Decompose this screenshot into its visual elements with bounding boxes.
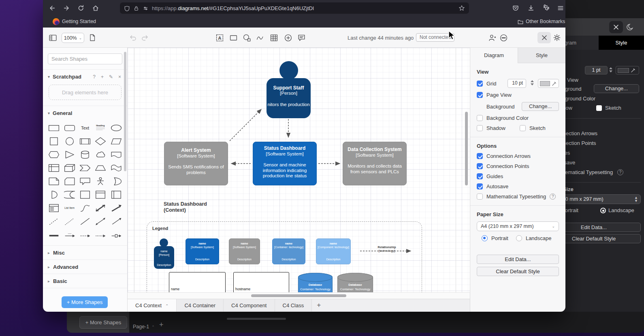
tab-style[interactable]: Style	[518, 48, 565, 63]
freehand-tool-icon[interactable]	[256, 34, 264, 42]
shape-circle[interactable]	[62, 134, 77, 148]
search-shapes-input[interactable]	[51, 56, 123, 62]
math-checkbox[interactable]	[477, 194, 483, 200]
bg-page-tab[interactable]: Page-1⌃	[133, 321, 155, 332]
bg-grid-size-input[interactable]: 1 pt	[585, 66, 608, 74]
shape-dashed-arrow[interactable]	[77, 228, 93, 241]
shape-square[interactable]	[46, 134, 62, 148]
node-data-collection-system[interactable]: Data Collection System [Software System]…	[343, 142, 407, 185]
undo-button[interactable]	[129, 34, 137, 42]
scratchpad-add-icon[interactable]: +	[100, 74, 105, 80]
add-page-button[interactable]: +	[312, 299, 326, 312]
legend-external-system[interactable]: name [Software System] Description	[229, 238, 260, 264]
shape-cube[interactable]	[62, 161, 77, 174]
home-button[interactable]	[92, 4, 99, 12]
node-status-dashboard[interactable]: Status Dashboard [Software System] Senso…	[253, 142, 317, 185]
shape-bidirectional-connector[interactable]	[93, 215, 108, 228]
shape-and[interactable]	[46, 188, 62, 201]
page-tab-c4-context[interactable]: C4 Context⌃	[128, 299, 177, 312]
canvas-vertical-scrollbar[interactable]	[465, 112, 468, 185]
shape-cloud[interactable]	[93, 148, 108, 161]
bg-horizontal-scrollbar[interactable]	[227, 318, 286, 320]
shape-cylinder[interactable]	[77, 148, 93, 161]
shape-rounded-rectangle[interactable]	[62, 121, 77, 134]
bg-change-background-button[interactable]: Change...	[594, 84, 639, 93]
search-shapes-box[interactable]	[48, 53, 122, 64]
landscape-radio[interactable]	[516, 235, 522, 241]
help-icon[interactable]: ?	[550, 194, 556, 200]
reload-button[interactable]	[77, 4, 85, 12]
toggle-panels-icon[interactable]	[49, 34, 57, 42]
legend-component-item[interactable]: name [Component: technology] Description	[316, 238, 351, 264]
shape-horizontal-container[interactable]	[109, 188, 124, 201]
bg-landscape-radio[interactable]	[600, 208, 606, 213]
node-support-staff[interactable]: Support Staff [Person] nitors the produc…	[267, 61, 311, 118]
shape-arrow[interactable]	[109, 201, 124, 215]
more-shapes-button[interactable]: + More Shapes	[62, 296, 108, 308]
shape-or[interactable]	[109, 174, 124, 188]
more-actions-icon[interactable]	[499, 34, 508, 42]
shape-card[interactable]	[62, 174, 77, 188]
shape-line[interactable]	[77, 215, 93, 228]
back-button[interactable]	[49, 4, 56, 12]
text-tool-icon[interactable]: A	[215, 34, 224, 42]
shape-hexagon[interactable]	[46, 148, 62, 161]
legend-container-item[interactable]: name [Container: technology] Description	[272, 238, 305, 264]
shape-link[interactable]	[46, 228, 62, 241]
change-background-button[interactable]: Change...	[522, 102, 559, 111]
sketch-mode-toggle[interactable]	[609, 21, 623, 33]
scratchpad-drop-area[interactable]: Drag elements here	[49, 85, 122, 100]
bg-sketch-checkbox[interactable]	[596, 105, 602, 111]
page-tab-c4-component[interactable]: C4 Component	[224, 299, 275, 312]
bg-tab-style[interactable]: Style	[599, 36, 644, 50]
shape-vertical-container[interactable]	[93, 188, 108, 201]
shape-text[interactable]: Text	[77, 121, 93, 134]
sidebar-section-misc[interactable]: ▸Misc	[43, 246, 127, 259]
bg-grid-size-stepper[interactable]	[608, 66, 613, 74]
extensions-puzzle-icon[interactable]	[543, 4, 550, 12]
grid-size-stepper[interactable]	[530, 79, 534, 88]
page-tab-c4-class[interactable]: C4 Class	[275, 299, 312, 312]
grid-color-control[interactable]	[538, 79, 559, 88]
canvas-horizontal-scrollbar[interactable]	[128, 292, 470, 299]
shape-labeled-arrow[interactable]	[62, 228, 77, 241]
downloads-icon[interactable]	[527, 4, 535, 12]
url-bar[interactable]: https://app.diagrams.net/#G1ECphsaYiJ5sa…	[120, 2, 469, 14]
shape-curve[interactable]	[77, 201, 93, 215]
shape-parallelogram[interactable]	[109, 134, 124, 148]
diagram-canvas[interactable]: Legend Support Staff [Person] nitors the…	[128, 48, 470, 299]
shape-trapezoid[interactable]	[93, 161, 108, 174]
shape-connector-symbol[interactable]	[109, 228, 124, 241]
scratchpad-header[interactable]: ▾ Scratchpad ? + ✎ ×	[43, 70, 127, 84]
shape-directional-connector[interactable]	[109, 215, 124, 228]
page-tab-c4-container[interactable]: C4 Container	[177, 299, 224, 312]
shape-diamond[interactable]	[93, 134, 108, 148]
shape-step[interactable]	[77, 161, 93, 174]
shape-heading[interactable]: Heading	[93, 121, 108, 134]
theme-sketch-toggle[interactable]	[537, 32, 551, 43]
shape-callout[interactable]	[77, 174, 93, 188]
bookmark-star-icon[interactable]	[458, 5, 465, 11]
light-mode-sun-icon[interactable]	[553, 34, 561, 42]
shape-process[interactable]	[77, 134, 93, 148]
bg-add-page-button[interactable]: +	[159, 321, 164, 329]
scratchpad-edit-icon[interactable]: ✎	[108, 74, 114, 80]
grid-size-input[interactable]: 10 pt	[508, 79, 526, 88]
redo-button[interactable]	[141, 34, 149, 42]
sidebar-section-advanced[interactable]: ▸Advanced	[43, 260, 127, 274]
shape-dotted-line[interactable]	[62, 215, 77, 228]
general-section-header[interactable]: ▾ General	[43, 106, 127, 120]
zoom-select[interactable]: 100%⌄	[62, 33, 84, 43]
node-alert-system[interactable]: Alert System [Software System] Sends SMS…	[164, 142, 228, 185]
legend-system[interactable]: name [Software System] Description	[186, 238, 219, 264]
shape-tape[interactable]	[109, 161, 124, 174]
lock-icon[interactable]	[133, 5, 139, 11]
hscroll-thumb[interactable]	[251, 294, 346, 297]
shape-document[interactable]	[109, 148, 124, 161]
shape-rectangle[interactable]	[46, 121, 62, 134]
edit-data-button[interactable]: Edit Data...	[477, 255, 559, 264]
sidebar-section-basic[interactable]: ▸Basic	[43, 274, 127, 288]
shadow-checkbox[interactable]	[477, 125, 483, 131]
table-tool-icon[interactable]	[270, 34, 278, 42]
shape-triangle[interactable]	[62, 148, 77, 161]
